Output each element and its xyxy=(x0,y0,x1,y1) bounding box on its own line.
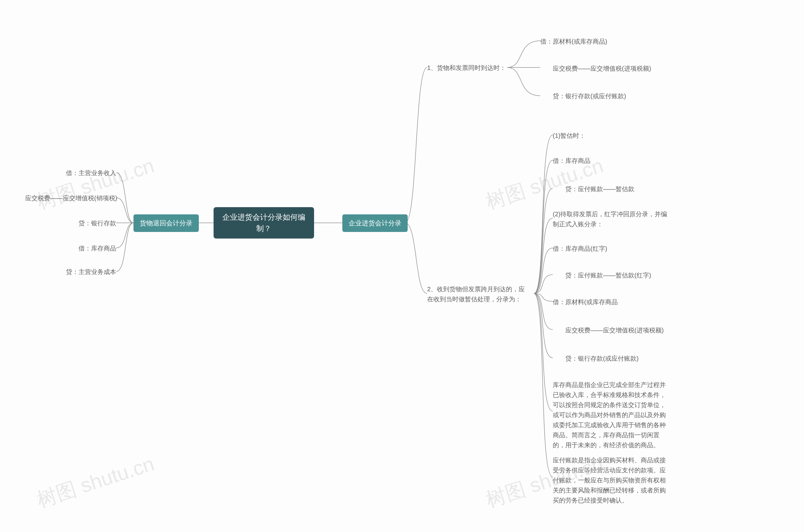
watermark: 树图 shutu.cn xyxy=(33,151,161,215)
watermark: 树图 shutu.cn xyxy=(482,151,610,215)
group1-item[interactable]: 贷：银行存款(或应付账款) xyxy=(540,91,626,101)
left-item[interactable]: 贷：银行存款 xyxy=(25,218,116,228)
group2-item[interactable]: 贷：应付账款——暂估款(红字) xyxy=(553,270,651,280)
left-item[interactable]: 贷：主营业务成本 xyxy=(25,267,116,277)
group2-item[interactable]: 借：原材料(或库存商品 xyxy=(553,297,618,307)
group1-item[interactable]: 应交税费——应交增值税(进项税额) xyxy=(540,63,651,73)
left-item[interactable]: 借：主营业务收入 xyxy=(25,168,116,178)
group2-item[interactable]: 借：库存商品(红字) xyxy=(553,244,607,253)
group1-item[interactable]: 借：原材料(或库存商品) xyxy=(540,36,607,46)
group2-item[interactable]: 借：库存商品 xyxy=(553,156,590,166)
group2-item[interactable]: 应交税费——应交增值税(进项税额) xyxy=(553,325,664,335)
connectors xyxy=(0,0,804,532)
branch-right[interactable]: 企业进货会计分录 xyxy=(342,214,408,232)
left-item[interactable]: 借：库存商品 xyxy=(25,243,116,253)
group1-title[interactable]: 1、货物和发票同时到达时： xyxy=(427,63,506,73)
group2-item-paragraph[interactable]: 应付账款是指企业因购买材料、商品或接受劳务供应等经营活动应支付的款项。应付账款，… xyxy=(553,455,669,505)
group2-item[interactable]: (1)暂估时： xyxy=(553,131,585,140)
group2-item[interactable]: (2)待取得发票后，红字冲回原分录，并编制正式入账分录： xyxy=(553,209,669,229)
watermark: 树图 shutu.cn xyxy=(33,449,161,513)
group2-item[interactable]: 贷：银行存款(或应付账款) xyxy=(553,354,639,363)
group2-item[interactable]: 贷：应付账款——暂估款 xyxy=(553,184,634,194)
left-item[interactable]: 应交税费——应交增值税(销项税) xyxy=(25,193,116,203)
group2-title[interactable]: 2、收到货物但发票跨月到达的，应在收到当时做暂估处理，分录为： xyxy=(427,284,531,304)
group2-item-paragraph[interactable]: 库存商品是指企业已完成全部生产过程并已验收入库，合乎标准规格和技术条件，可以按照… xyxy=(553,380,669,450)
branch-left[interactable]: 货物退回会计分录 xyxy=(133,214,199,232)
mindmap-canvas: 树图 shutu.cn 树图 shutu.cn 树图 shutu.cn 树图 s… xyxy=(0,0,804,532)
center-topic[interactable]: 企业进货会计分录如何编制？ xyxy=(214,207,314,239)
